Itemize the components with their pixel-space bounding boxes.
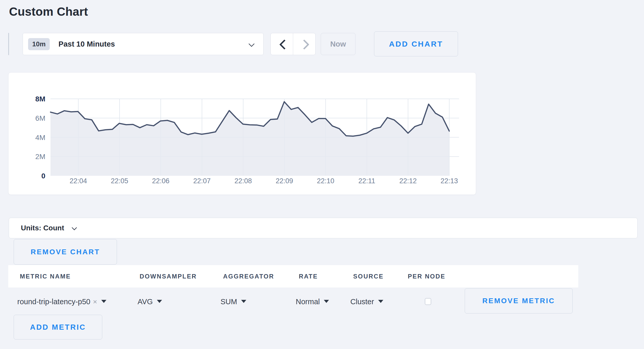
metric-line-chart: 02M4M6M8M22:0422:0522:0622:0722:0822:092… (9, 73, 476, 195)
aggregator-value: SUM (221, 298, 237, 306)
time-range-label: Past 10 Minutes (58, 40, 115, 48)
x-axis-tick-label: 22:08 (234, 177, 252, 185)
caret-down-icon (378, 300, 383, 303)
caret-down-icon (324, 300, 329, 303)
col-header-aggregator: AGGREGATOR (223, 273, 274, 280)
x-axis-tick-label: 22:13 (440, 177, 458, 185)
rate-value: Normal (296, 298, 320, 306)
y-axis-tick-label: 6M (35, 114, 45, 122)
metric-name-value: round-trip-latency-p50 (17, 298, 90, 306)
chevron-down-icon (249, 41, 255, 47)
x-axis-tick-label: 22:07 (193, 177, 211, 185)
chart-card: 02M4M6M8M22:0422:0522:0622:0722:0822:092… (8, 72, 476, 195)
metrics-table-header (8, 265, 578, 287)
toolbar-accent-bar (8, 33, 9, 55)
y-axis-tick-label: 4M (35, 134, 45, 142)
caret-down-icon (241, 300, 246, 303)
x-axis-tick-label: 22:09 (276, 177, 293, 185)
source-value: Cluster (350, 298, 374, 306)
metric-name-dropdown[interactable]: round-trip-latency-p50× (17, 298, 106, 306)
downsampler-value: AVG (138, 298, 153, 306)
remove-metric-button[interactable]: REMOVE METRIC (465, 288, 573, 313)
add-metric-button[interactable]: ADD METRIC (14, 315, 102, 339)
units-select[interactable]: Units: Count (9, 218, 638, 238)
col-header-per-node: PER NODE (408, 273, 445, 280)
prev-range-button[interactable] (271, 33, 293, 55)
col-header-source: SOURCE (353, 273, 384, 280)
col-header-metric-name: METRIC NAME (20, 273, 71, 280)
y-axis-tick-label: 8M (35, 95, 45, 103)
chevron-left-icon (279, 40, 284, 48)
aggregator-dropdown[interactable]: SUM (221, 298, 246, 306)
units-label: Units: Count (21, 224, 64, 232)
rate-dropdown[interactable]: Normal (296, 298, 329, 306)
caret-down-icon (101, 300, 106, 303)
x-axis-tick-label: 22:12 (399, 177, 417, 185)
page-title: Custom Chart (9, 5, 88, 19)
remove-chart-button[interactable]: REMOVE CHART (14, 239, 117, 265)
col-header-rate: RATE (299, 273, 318, 280)
add-chart-button[interactable]: ADD CHART (374, 31, 458, 56)
time-range-badge: 10m (28, 38, 50, 50)
source-dropdown[interactable]: Cluster (350, 298, 383, 306)
x-axis-tick-label: 22:11 (358, 177, 375, 185)
x-axis-tick-label: 22:10 (317, 177, 334, 185)
chevron-right-icon (302, 40, 307, 48)
per-node-checkbox[interactable] (425, 298, 431, 305)
y-axis-tick-label: 2M (35, 153, 45, 161)
x-axis-tick-label: 22:06 (152, 177, 170, 185)
chevron-down-icon (72, 225, 77, 231)
downsampler-dropdown[interactable]: AVG (138, 298, 162, 306)
y-axis-tick-label: 0 (41, 172, 45, 180)
caret-down-icon (157, 300, 162, 303)
clear-metric-icon[interactable]: × (93, 298, 97, 306)
now-button[interactable]: Now (321, 33, 355, 55)
next-range-button[interactable] (293, 33, 315, 55)
x-axis-tick-label: 22:05 (111, 177, 128, 185)
time-pager (270, 33, 316, 55)
x-axis-tick-label: 22:04 (70, 177, 87, 185)
time-range-select[interactable]: 10m Past 10 Minutes (23, 33, 264, 55)
col-header-downsampler: DOWNSAMPLER (140, 273, 197, 280)
